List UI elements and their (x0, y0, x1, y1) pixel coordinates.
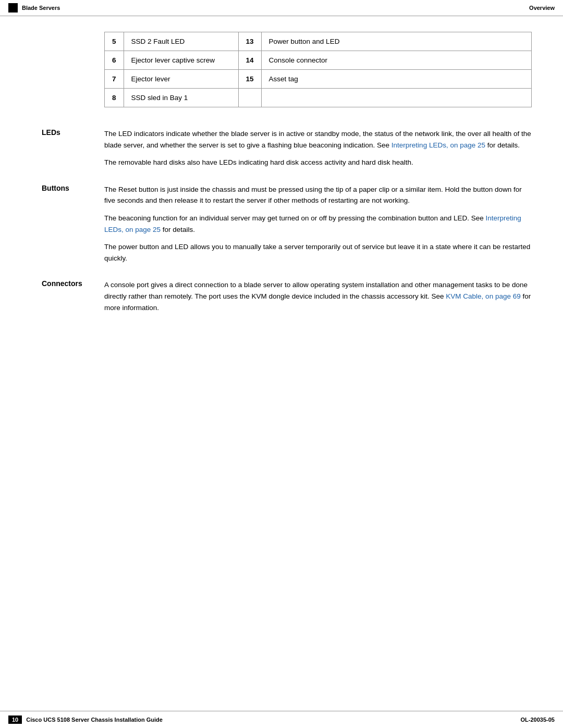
row-label-right: Asset tag (261, 70, 531, 89)
inline-link[interactable]: Interpreting LEDs, on page 25 (104, 214, 521, 233)
row-num-left: 8 (105, 89, 124, 107)
table-row: 5SSD 2 Fault LED13Power button and LED (105, 32, 532, 51)
footer-doc-title: Cisco UCS 5108 Server Chassis Installati… (26, 717, 163, 723)
section-heading-connectors: Connectors (42, 279, 104, 313)
row-num-right: 15 (238, 70, 261, 89)
section-heading-leds: LEDs (42, 128, 104, 168)
header-section-label: Blade Servers (22, 5, 60, 11)
section-body-leds: The LED indicators indicate whether the … (104, 128, 532, 168)
table-row: 7Ejector lever15Asset tag (105, 70, 532, 89)
section-leds: LEDsThe LED indicators indicate whether … (42, 128, 532, 168)
row-label-left: Ejector lever captive screw (124, 51, 238, 70)
table-row: 6Ejector lever captive screw14Console co… (105, 51, 532, 70)
row-num-right: 14 (238, 51, 261, 70)
row-label-left: SSD 2 Fault LED (124, 32, 238, 51)
row-num-left: 5 (105, 32, 124, 51)
row-label-right: Console connector (261, 51, 531, 70)
section-buttons: ButtonsThe Reset button is just inside t… (42, 184, 532, 264)
footer-left: 10 Cisco UCS 5108 Server Chassis Install… (8, 715, 163, 724)
row-num-left: 6 (105, 51, 124, 70)
main-content: 5SSD 2 Fault LED13Power button and LED6E… (0, 16, 563, 360)
section-connectors: ConnectorsA console port gives a direct … (42, 279, 532, 313)
section-body-buttons: The Reset button is just inside the chas… (104, 184, 532, 264)
row-num-right: 13 (238, 32, 261, 51)
row-num-left: 7 (105, 70, 124, 89)
row-label-left: Ejector lever (124, 70, 238, 89)
section-body-connectors: A console port gives a direct connection… (104, 279, 532, 313)
header-left: Blade Servers (8, 3, 60, 13)
section-heading-buttons: Buttons (42, 184, 104, 264)
paragraph: The power button and LED allows you to m… (104, 241, 532, 264)
row-label-right: Power button and LED (261, 32, 531, 51)
component-table: 5SSD 2 Fault LED13Power button and LED6E… (104, 32, 532, 107)
header-chapter: Overview (529, 5, 555, 11)
row-label-right (261, 89, 531, 107)
paragraph: A console port gives a direct connection… (104, 279, 532, 313)
row-label-left: SSD sled in Bay 1 (124, 89, 238, 107)
footer-doc-id: OL-20035-05 (521, 717, 555, 723)
inline-link[interactable]: Interpreting LEDs, on page 25 (391, 141, 485, 149)
table-row: 8SSD sled in Bay 1 (105, 89, 532, 107)
paragraph: The Reset button is just inside the chas… (104, 184, 532, 206)
header-bar: Blade Servers Overview (0, 0, 563, 16)
paragraph: The removable hard disks also have LEDs … (104, 157, 532, 168)
inline-link[interactable]: KVM Cable, on page 69 (446, 292, 520, 300)
paragraph: The beaconing function for an individual… (104, 213, 532, 235)
footer-bar: 10 Cisco UCS 5108 Server Chassis Install… (0, 711, 563, 728)
paragraph: The LED indicators indicate whether the … (104, 128, 532, 151)
header-black-box (8, 3, 18, 13)
footer-page-num: 10 (8, 715, 22, 724)
row-num-right (238, 89, 261, 107)
